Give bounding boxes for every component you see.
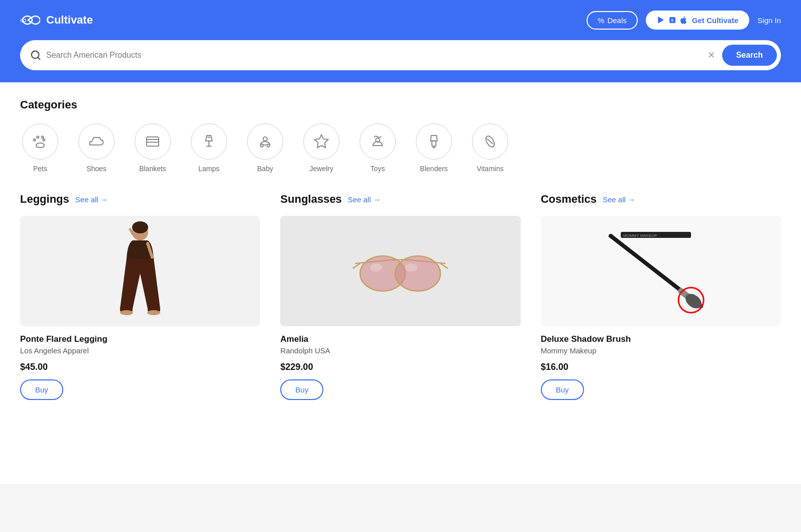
cosmetics-product-brand: Mommy Makeup (541, 346, 781, 355)
sunglasses-product-brand: Randolph USA (280, 346, 520, 355)
category-shoes[interactable]: Shoes (76, 123, 117, 173)
header: ∞ Cultivate % Deals S Get Cultivate Sign… (0, 0, 801, 40)
search-area: ✕ Search (0, 40, 801, 82)
cosmetics-product-price: $16.00 (541, 362, 781, 372)
svg-marker-13 (315, 135, 328, 148)
category-circle-shoes (78, 123, 115, 160)
category-circle-blenders (416, 123, 452, 160)
leggings-title: Leggings (20, 193, 69, 206)
percent-icon: % (598, 16, 604, 25)
cosmetics-product-card: MOMMY MAKEUP Deluxe Shadow Brush Mommy M… (541, 216, 781, 400)
leggings-product-svg (105, 218, 175, 324)
svg-line-33 (353, 263, 360, 269)
category-toys[interactable]: Toys (358, 123, 398, 173)
cosmetics-see-all[interactable]: See all → (603, 195, 635, 204)
cosmetics-title: Cosmetics (541, 193, 597, 206)
category-circle-baby (247, 123, 283, 160)
sunglasses-product-image (280, 216, 520, 326)
svg-point-36 (405, 263, 417, 272)
leggings-product-brand: Los Angeles Apparel (20, 346, 260, 355)
svg-text:∞: ∞ (20, 15, 27, 25)
category-label-jewelry: Jewelry (309, 165, 333, 173)
category-label-lamps: Lamps (198, 165, 219, 173)
sunglasses-product-price: $229.00 (280, 362, 520, 372)
svg-line-4 (38, 57, 40, 59)
deals-button[interactable]: % Deals (587, 11, 638, 30)
apple-icon (679, 16, 688, 25)
category-blankets[interactable]: Blankets (133, 123, 173, 173)
sunglasses-see-all[interactable]: See all → (348, 195, 381, 204)
vitamins-icon (482, 134, 498, 150)
lamps-icon (201, 134, 217, 150)
sunglasses-svg (350, 246, 450, 296)
get-cultivate-button[interactable]: S Get Cultivate (646, 11, 750, 30)
cosmetics-header: Cosmetics See all → (541, 193, 781, 206)
sunglasses-title: Sunglasses (280, 193, 341, 206)
svg-point-12 (261, 144, 263, 147)
category-circle-jewelry (303, 123, 339, 160)
leggings-header: Leggings See all → (20, 193, 260, 206)
category-label-blankets: Blankets (139, 165, 166, 173)
baby-icon (257, 134, 273, 150)
svg-text:MOMMY MAKEUP: MOMMY MAKEUP (623, 233, 657, 238)
svg-point-32 (395, 256, 440, 291)
svg-point-10 (263, 137, 267, 141)
category-label-toys: Toys (371, 165, 385, 173)
category-circle-pets (22, 123, 58, 160)
shoes-icon (88, 134, 104, 150)
category-lamps[interactable]: Lamps (189, 123, 229, 173)
category-label-shoes: Shoes (86, 165, 106, 173)
jewelry-icon (313, 134, 329, 150)
sunglasses-buy-button[interactable]: Buy (280, 379, 323, 400)
category-circle-lamps (191, 123, 227, 160)
logo-text: Cultivate (46, 14, 93, 27)
svg-line-23 (130, 229, 133, 233)
svg-point-11 (267, 144, 270, 147)
toys-icon (370, 134, 386, 150)
leggings-product-image (20, 216, 260, 326)
search-bar: ✕ Search (20, 40, 781, 70)
leggings-see-all[interactable]: See all → (75, 195, 108, 204)
logo-icon: ∞ (20, 10, 40, 30)
google-play-icon (657, 16, 666, 25)
category-circle-toys (360, 123, 396, 160)
shopify-icon: S (668, 16, 677, 25)
svg-line-34 (440, 263, 448, 269)
sunglasses-product-card: Amelia Randolph USA $229.00 Buy (280, 216, 520, 400)
svg-point-27 (120, 310, 133, 315)
search-button[interactable]: Search (722, 45, 777, 66)
category-baby[interactable]: Baby (245, 123, 285, 173)
sunglasses-product-name: Amelia (280, 334, 520, 344)
leggings-product-card: Ponte Flared Legging Los Angeles Apparel… (20, 216, 260, 400)
svg-rect-15 (432, 141, 436, 147)
leggings-buy-button[interactable]: Buy (20, 379, 63, 400)
logo: ∞ Cultivate (20, 10, 93, 30)
search-input[interactable] (46, 51, 701, 60)
category-jewelry[interactable]: Jewelry (301, 123, 341, 173)
leggings-product-price: $45.00 (20, 362, 260, 372)
leggings-section: Leggings See all → (20, 193, 260, 400)
cosmetics-product-name: Deluxe Shadow Brush (541, 334, 781, 344)
main-content: Categories Pets Shoes (0, 82, 801, 484)
category-circle-vitamins (472, 123, 508, 160)
category-label-pets: Pets (33, 165, 47, 173)
category-vitamins[interactable]: Vitamins (470, 123, 510, 173)
sign-in-button[interactable]: Sign In (757, 16, 781, 25)
pets-icon (32, 134, 48, 150)
svg-point-28 (147, 310, 160, 315)
categories-row: Pets Shoes Blankets (20, 123, 781, 173)
cosmetics-product-image: MOMMY MAKEUP (541, 216, 781, 326)
sunglasses-header: Sunglasses See all → (280, 193, 520, 206)
svg-text:S: S (671, 18, 673, 23)
brush-svg: MOMMY MAKEUP (606, 226, 716, 316)
svg-line-19 (487, 139, 493, 145)
svg-rect-5 (147, 137, 159, 147)
category-label-baby: Baby (257, 165, 273, 173)
category-blenders[interactable]: Blenders (414, 123, 454, 173)
category-pets[interactable]: Pets (20, 123, 60, 173)
cosmetics-buy-button[interactable]: Buy (541, 379, 584, 400)
svg-point-35 (370, 263, 382, 272)
category-label-vitamins: Vitamins (477, 165, 503, 173)
search-clear-button[interactable]: ✕ (706, 48, 717, 63)
category-circle-blankets (135, 123, 171, 160)
